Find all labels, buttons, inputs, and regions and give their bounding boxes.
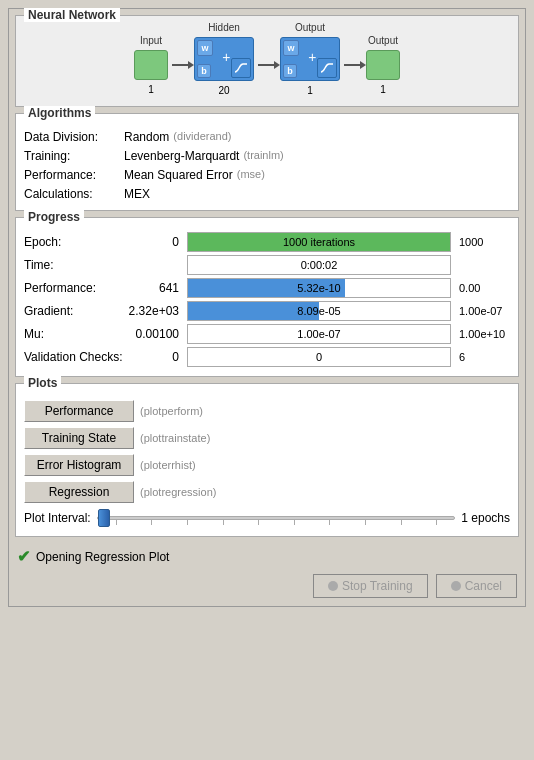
plot-fn: (ploterrhist) [140, 459, 196, 471]
cancel-button[interactable]: Cancel [436, 574, 517, 598]
algo-label: Calculations: [24, 185, 124, 203]
nn-output-label: Output [368, 35, 398, 46]
plot-interval-label: Plot Interval: [24, 511, 91, 525]
algo-row: Training: Levenberg-Marquardt (trainlm) [24, 147, 510, 165]
algo-value: Random [124, 128, 169, 146]
prog-bar-text: 1.00e-07 [188, 328, 450, 340]
prog-right-val: 0.00 [455, 282, 510, 294]
slider-tick [329, 519, 330, 525]
prog-bar-bg: 0 [187, 347, 451, 367]
slider-tick [401, 519, 402, 525]
stop-training-button[interactable]: Stop Training [313, 574, 428, 598]
neural-network-title: Neural Network [24, 8, 120, 22]
nn-diagram: Input 1 Hidden w + b [22, 26, 512, 100]
prog-label: Mu: [24, 327, 124, 341]
nn-arrow-2 [258, 64, 276, 66]
progress-row: Epoch: 0 1000 iterations 1000 [24, 232, 510, 252]
nn-output-num: 1 [380, 84, 386, 95]
algo-value: Mean Squared Error [124, 166, 233, 184]
nn-output-layer-num: 1 [307, 85, 313, 96]
progress-row: Time: 0:00:02 [24, 255, 510, 275]
nn-b-icon-2: b [283, 64, 297, 78]
progress-row: Mu: 0.00100 1.00e-07 1.00e+10 [24, 324, 510, 344]
slider-thumb[interactable] [98, 509, 110, 527]
nn-plus-1: + [222, 49, 230, 65]
neural-network-section: Neural Network Input 1 Hidden w + b [15, 15, 519, 107]
plot-button[interactable]: Regression [24, 481, 134, 503]
nn-w-icon-2: w [283, 40, 299, 56]
nn-hidden-num: 20 [218, 85, 229, 96]
algo-paren: (dividerand) [173, 128, 231, 146]
plot-btn-row: Performance (plotperform) [24, 400, 510, 422]
nn-sigmoid-2 [317, 58, 337, 78]
prog-bar-text: 8.09e-05 [188, 305, 450, 317]
nn-arrow-1 [172, 64, 190, 66]
status-bar: ✔ Opening Regression Plot [15, 543, 519, 570]
plot-fn: (plotregression) [140, 486, 216, 498]
algo-row: Calculations: MEX [24, 185, 510, 203]
stop-training-icon [328, 581, 338, 591]
algo-row: Data Division: Random (dividerand) [24, 128, 510, 146]
prog-left-val: 2.32e+03 [128, 304, 183, 318]
slider-tick [187, 519, 188, 525]
prog-left-val: 0.00100 [128, 327, 183, 341]
prog-bar-text: 0:00:02 [188, 259, 450, 271]
nn-b-icon-1: b [197, 64, 211, 78]
plot-button[interactable]: Error Histogram [24, 454, 134, 476]
plot-button[interactable]: Training State [24, 427, 134, 449]
nn-w-icon: w [197, 40, 213, 56]
prog-right-val: 1000 [455, 236, 510, 248]
prog-left-val: 641 [128, 281, 183, 295]
algo-paren: (mse) [237, 166, 265, 184]
slider-tick [365, 519, 366, 525]
prog-bar-container: 1.00e-07 [187, 324, 451, 344]
plot-btn-row: Error Histogram (ploterrhist) [24, 454, 510, 476]
nn-hidden-box: w + b [194, 37, 254, 81]
nn-output-layer-box: w + b [280, 37, 340, 81]
main-container: Neural Network Input 1 Hidden w + b [8, 8, 526, 607]
status-check-icon: ✔ [17, 547, 30, 566]
nn-hidden-node: Hidden w + b 20 [194, 22, 254, 96]
algo-label: Performance: [24, 166, 124, 184]
plot-fn: (plottrainstate) [140, 432, 210, 444]
plot-btn-row: Training State (plottrainstate) [24, 427, 510, 449]
plots-content: Performance (plotperform) Training State… [24, 400, 510, 503]
stop-training-label: Stop Training [342, 579, 413, 593]
plot-btn-row: Regression (plotregression) [24, 481, 510, 503]
prog-bar-bg: 8.09e-05 [187, 301, 451, 321]
slider-tick [223, 519, 224, 525]
prog-bar-bg: 1.00e-07 [187, 324, 451, 344]
prog-right-val: 6 [455, 351, 510, 363]
prog-bar-container: 1000 iterations [187, 232, 451, 252]
nn-input-label: Input [140, 35, 162, 46]
algo-value: Levenberg-Marquardt [124, 147, 239, 165]
nn-arrow-line-2 [258, 64, 276, 66]
slider-tick [258, 519, 259, 525]
prog-bar-text: 1000 iterations [188, 236, 450, 248]
plot-button[interactable]: Performance [24, 400, 134, 422]
slider-tick [436, 519, 437, 525]
prog-bar-container: 5.32e-10 [187, 278, 451, 298]
nn-output-layer-label: Output [295, 22, 325, 33]
prog-bar-text: 5.32e-10 [188, 282, 450, 294]
prog-bar-container: 0:00:02 [187, 255, 451, 275]
progress-content: Epoch: 0 1000 iterations 1000 Time: 0:00… [24, 232, 510, 367]
prog-label: Performance: [24, 281, 124, 295]
prog-right-val: 1.00e+10 [455, 328, 510, 340]
prog-bar-container: 8.09e-05 [187, 301, 451, 321]
prog-label: Validation Checks: [24, 350, 124, 364]
nn-arrow-line-1 [172, 64, 190, 66]
plot-epochs-label: 1 epochs [461, 511, 510, 525]
nn-sigmoid-1 [231, 58, 251, 78]
algo-row: Performance: Mean Squared Error (mse) [24, 166, 510, 184]
prog-label: Gradient: [24, 304, 124, 318]
algo-value: MEX [124, 185, 150, 203]
progress-row: Performance: 641 5.32e-10 0.00 [24, 278, 510, 298]
algo-label: Data Division: [24, 128, 124, 146]
nn-arrow-3 [344, 64, 362, 66]
progress-row: Validation Checks: 0 0 6 [24, 347, 510, 367]
progress-row: Gradient: 2.32e+03 8.09e-05 1.00e-07 [24, 301, 510, 321]
nn-input-box [134, 50, 168, 80]
plots-title: Plots [24, 376, 61, 390]
slider-container[interactable] [97, 508, 456, 528]
